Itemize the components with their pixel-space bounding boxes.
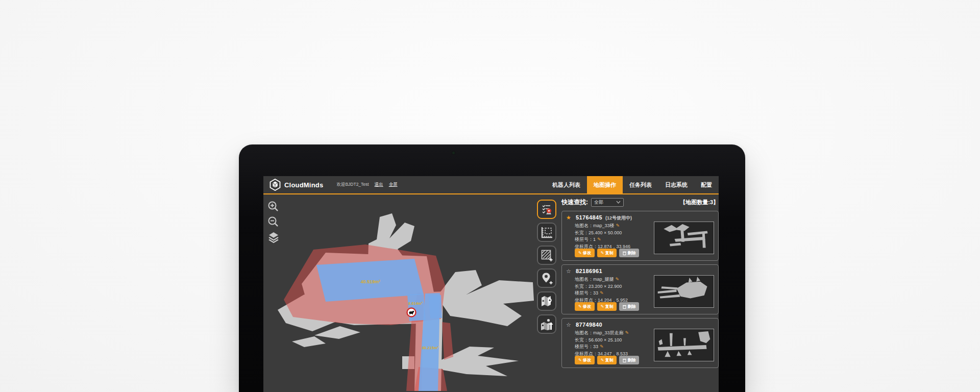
cloudminds-logo-icon xyxy=(270,179,281,191)
zone-area-label: 8.614m² xyxy=(408,301,423,306)
edit-icon[interactable]: ✎ xyxy=(600,290,604,296)
map-toolbar xyxy=(537,200,557,337)
map-thumbnail[interactable] xyxy=(654,329,714,361)
delete-button[interactable]: 删除 xyxy=(619,249,639,257)
edit-icon[interactable]: ✎ xyxy=(625,330,629,335)
pencil-icon: ✎ xyxy=(601,305,604,309)
field-value: 14.204，5.952 xyxy=(598,298,628,303)
tab-map-operation[interactable]: 地图操作 xyxy=(587,176,623,194)
field-label: 楼层号： xyxy=(575,237,593,242)
map-id: 82186961 xyxy=(576,268,602,274)
field-value: 33 xyxy=(593,344,598,349)
field-label: 坐标原点： xyxy=(575,298,598,303)
edit-icon[interactable]: ✎ xyxy=(616,277,620,282)
modify-button[interactable]: ✎修改 xyxy=(575,249,595,257)
pencil-icon: ✎ xyxy=(578,358,582,362)
filter-value: 全部 xyxy=(594,199,603,206)
main-menu: 机器人列表 地图操作 任务列表 日志系统 配置 xyxy=(546,176,719,194)
edit-icon[interactable]: ✎ xyxy=(600,344,604,349)
filter-dropdown[interactable]: 全部 xyxy=(591,198,624,207)
logout-link[interactable]: 退出 xyxy=(375,182,383,188)
field-label: 坐标原点： xyxy=(575,351,598,356)
zoom-out-icon[interactable] xyxy=(267,216,279,227)
field-value: map_33楼 xyxy=(593,223,615,228)
no-entry-marker-icon[interactable] xyxy=(407,308,416,317)
pencil-icon: ✎ xyxy=(578,251,582,255)
zone-area-label: 80.215m² xyxy=(422,346,439,350)
map-list-panel: 快速查找: 全部 【地图数量:3】 ★51764845 (12号 xyxy=(561,198,719,372)
map-card[interactable]: ★51764845 (12号使用中) 地图名：map_33楼✎ 长宽：25.40… xyxy=(561,211,719,261)
chevron-down-icon xyxy=(616,201,621,204)
add-region-tool[interactable] xyxy=(537,246,556,265)
field-value: 1 xyxy=(593,237,596,242)
favorite-star-icon[interactable]: ☆ xyxy=(566,268,571,274)
modify-button[interactable]: ✎修改 xyxy=(575,356,595,364)
map-canvas[interactable]: 40.519m² 8.614m² 80.215m² xyxy=(263,194,536,391)
map-marker-tool[interactable] xyxy=(537,291,556,311)
trash-icon xyxy=(623,251,626,255)
add-point-tool[interactable] xyxy=(537,268,556,288)
delete-button[interactable]: 删除 xyxy=(619,302,639,311)
field-label: 地图名： xyxy=(575,223,593,228)
top-nav: CloudMinds 欢迎BJDT2_Test 退出 全屏 机器人列表 地图操作… xyxy=(263,176,719,194)
brand: CloudMinds xyxy=(270,179,323,191)
field-value: 12.874，33.946 xyxy=(598,244,630,249)
map-controls xyxy=(267,201,279,242)
map-id: 51764845 xyxy=(576,214,602,220)
webcam-dot xyxy=(452,152,455,154)
map-thumbnail[interactable] xyxy=(654,275,714,308)
field-value: map_腿腿 xyxy=(593,277,614,282)
field-label: 楼层号： xyxy=(575,344,593,349)
map-id: 87749840 xyxy=(576,322,602,328)
field-label: 地图名： xyxy=(575,277,593,282)
field-value: map_33层走廊 xyxy=(593,330,624,335)
fullscreen-link[interactable]: 全屏 xyxy=(389,182,398,188)
field-label: 长宽： xyxy=(575,337,589,342)
favorite-star-icon[interactable]: ★ xyxy=(566,214,571,220)
map-card[interactable]: ☆82186961 地图名：map_腿腿✎ 长宽：23.200 × 22.900… xyxy=(561,264,719,314)
brand-name: CloudMinds xyxy=(284,181,323,189)
laptop-bezel: CloudMinds 欢迎BJDT2_Test 退出 全屏 机器人列表 地图操作… xyxy=(239,144,745,392)
map-card[interactable]: ☆87749840 地图名：map_33层走廊✎ 长宽：56.600 × 25.… xyxy=(561,318,719,368)
modify-button[interactable]: ✎修改 xyxy=(575,302,595,311)
tab-log-system[interactable]: 日志系统 xyxy=(658,176,694,194)
map-card-list: ★51764845 (12号使用中) 地图名：map_33楼✎ 长宽：25.40… xyxy=(561,211,719,368)
field-value: 33 xyxy=(593,290,598,296)
app-screen: CloudMinds 欢迎BJDT2_Test 退出 全屏 机器人列表 地图操作… xyxy=(263,176,719,392)
copy-button[interactable]: ✎复制 xyxy=(597,356,617,364)
quick-find-label: 快速查找: xyxy=(561,198,588,207)
session-bar: 欢迎BJDT2_Test 退出 全屏 xyxy=(336,182,397,188)
trash-icon xyxy=(623,358,626,362)
zoom-in-icon[interactable] xyxy=(267,201,279,212)
map-task-tool[interactable] xyxy=(537,200,556,219)
favorite-star-icon[interactable]: ☆ xyxy=(566,322,571,328)
field-value: 56.600 × 25.100 xyxy=(589,337,622,342)
field-label: 地图名： xyxy=(575,330,593,335)
tab-config[interactable]: 配置 xyxy=(694,176,719,194)
trash-icon xyxy=(623,305,626,309)
measure-area-tool[interactable] xyxy=(537,223,556,242)
tab-robot-list[interactable]: 机器人列表 xyxy=(546,176,587,194)
field-label: 长宽： xyxy=(575,230,589,235)
delete-button[interactable]: 删除 xyxy=(619,356,639,364)
welcome-text: 欢迎BJDT2_Test xyxy=(336,182,369,188)
copy-button[interactable]: ✎复制 xyxy=(597,302,617,311)
edit-icon[interactable]: ✎ xyxy=(597,237,601,242)
layers-icon[interactable] xyxy=(267,231,279,242)
field-value: 23.200 × 22.900 xyxy=(589,284,622,289)
tab-task-list[interactable]: 任务列表 xyxy=(623,176,658,194)
copy-button[interactable]: ✎复制 xyxy=(597,249,617,257)
upload-map-tool[interactable] xyxy=(537,314,556,334)
field-label: 长宽： xyxy=(575,284,589,289)
field-value: 34.247，8.533 xyxy=(598,351,628,356)
field-label: 楼层号： xyxy=(575,290,593,296)
field-value: 25.400 × 50.000 xyxy=(589,230,622,235)
map-status: (12号使用中) xyxy=(605,215,632,220)
panel-header: 快速查找: 全部 【地图数量:3】 xyxy=(561,198,719,207)
map-count: 【地图数量:3】 xyxy=(680,199,719,206)
field-label: 坐标原点： xyxy=(575,244,598,249)
edit-icon[interactable]: ✎ xyxy=(616,223,620,228)
pencil-icon: ✎ xyxy=(601,251,604,255)
pencil-icon: ✎ xyxy=(578,305,582,309)
map-thumbnail[interactable] xyxy=(654,222,714,254)
